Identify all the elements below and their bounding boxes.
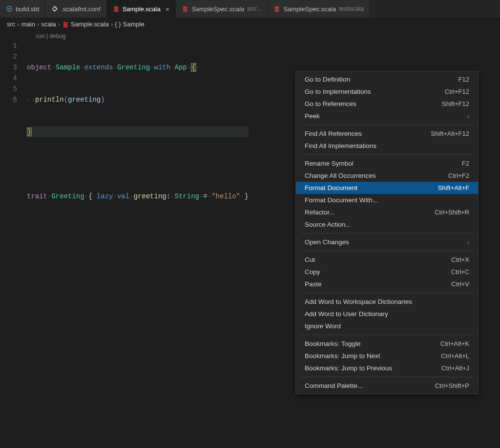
menu-shortcut: Ctrl+X [452,256,469,263]
line-number: 5 [0,84,17,94]
menu-item[interactable]: Change All OccurrencesCtrl+F2 [296,170,478,182]
code-content[interactable]: object·Sample·extends·Greeting·with·App·… [27,41,249,256]
menu-item[interactable]: CutCtrl+X [296,254,478,266]
menu-item[interactable]: Add Word to User Dictionary [296,308,478,320]
code-line[interactable]: } [27,127,249,137]
breadcrumb[interactable]: src › main › scala › Sample.scala › { } … [0,18,500,31]
chevron-right-icon: › [467,113,469,119]
menu-item-label: Add Word to User Dictionary [305,310,388,318]
menu-item-label: Go to Definition [305,76,350,83]
menu-item[interactable]: Peek› [296,110,478,122]
editor-tab[interactable]: SampleSpec.scalatest/scala [268,0,370,18]
menu-separator [301,293,473,293]
code-line[interactable]: ··println(greeting) [27,94,249,105]
code-lens[interactable]: run | debug [0,31,500,41]
menu-item[interactable]: Find All ReferencesShift+Alt+F12 [296,128,478,140]
tab-path-hint: src/... [247,5,261,12]
menu-separator [301,125,473,125]
code-line[interactable] [27,223,249,234]
context-menu: Go to DefinitionF12Go to Implementations… [295,71,479,394]
tab-filename: .scalafmt.conf [61,5,100,13]
code-line[interactable]: object·Sample·extends·Greeting·with·App·… [27,62,249,73]
editor-tab[interactable]: build.sbt [0,0,45,18]
menu-item[interactable]: Go to DefinitionF12 [296,73,478,85]
breadcrumb-seg[interactable]: scala [41,21,56,28]
editor-tabs: build.sbt.scalafmt.confSample.scala×Samp… [0,0,500,18]
menu-item-label: Go to Implementations [305,88,371,95]
line-number: 2 [0,51,17,62]
menu-shortcut: Ctrl+Alt+L [441,352,469,360]
menu-item-label: Paste [305,280,322,288]
menu-shortcut: F2 [462,160,469,167]
menu-item[interactable]: Bookmarks: Jump to PreviousCtrl+Alt+J [296,362,478,374]
menu-item[interactable]: Go to ImplementationsCtrl+F12 [296,85,478,98]
tab-filename: build.sbt [16,5,39,13]
menu-item-label: Command Palette... [305,382,363,389]
menu-shortcut: Ctrl+V [452,280,469,288]
chevron-right-icon: › [111,21,113,28]
scala-file-icon [113,5,120,12]
menu-item-label: Copy [305,268,320,276]
menu-item-label: Change All Occurrences [305,172,376,179]
breadcrumb-seg[interactable]: src [7,21,15,28]
menu-item-label: Bookmarks: Jump to Next [305,352,380,360]
menu-item-label: Source Action... [305,221,351,228]
menu-item[interactable]: Ignore Word [296,320,478,332]
code-line[interactable]: trait·Greeting·{·lazy·val·greeting:·Stri… [27,191,249,202]
menu-item[interactable]: PasteCtrl+V [296,278,478,290]
menu-item-label: Bookmarks: Jump to Previous [305,364,392,372]
menu-shortcut: Ctrl+Shift+P [435,382,469,389]
menu-item-label: Cut [305,256,315,263]
code-line[interactable] [27,159,249,170]
symbol-braces-icon: { } [115,21,121,28]
menu-item-label: Find All References [305,130,362,137]
menu-separator [301,233,473,234]
line-number: 1 [0,41,17,51]
scala-file-icon [182,5,188,12]
menu-item[interactable]: Bookmarks: Jump to NextCtrl+Alt+L [296,350,478,362]
breadcrumb-seg[interactable]: Sample.scala [71,21,109,28]
tab-filename: Sample.scala [123,5,161,13]
breadcrumb-seg[interactable]: Sample [123,21,145,28]
menu-item[interactable]: Source Action... [296,218,478,231]
tab-path-hint: test/scala [339,5,364,12]
menu-item[interactable]: Format Document With... [296,194,478,206]
line-number: 4 [0,73,17,84]
menu-item-label: Format Document [305,184,357,192]
menu-shortcut: Ctrl+Alt+J [441,364,469,372]
editor-tab[interactable]: Sample.scala× [107,0,176,18]
menu-item-label: Format Document With... [305,196,378,204]
menu-shortcut: F12 [458,76,469,83]
menu-item-label: Bookmarks: Toggle [305,340,361,347]
menu-separator [301,154,473,155]
editor-tab[interactable]: .scalafmt.conf [45,0,106,18]
svg-point-1 [8,8,10,10]
menu-item[interactable]: Command Palette...Ctrl+Shift+P [296,380,478,392]
chevron-right-icon: › [37,21,39,28]
menu-item[interactable]: Open Changes› [296,236,478,248]
chevron-right-icon: › [17,21,19,28]
menu-item[interactable]: Go to ReferencesShift+F12 [296,98,478,110]
breadcrumb-seg[interactable]: main [21,21,35,28]
scala-file-icon [62,21,69,28]
gear-icon [51,5,58,12]
menu-item[interactable]: Refactor...Ctrl+Shift+R [296,206,478,218]
menu-separator [301,335,473,335]
close-icon[interactable]: × [166,5,170,13]
menu-shortcut: Ctrl+F2 [448,172,469,179]
menu-item[interactable]: Find All Implementations [296,140,478,152]
menu-item[interactable]: Bookmarks: ToggleCtrl+Alt+K [296,338,478,350]
menu-item-label: Find All Implementations [305,142,376,149]
menu-item-label: Ignore Word [305,322,341,330]
menu-item[interactable]: Rename SymbolF2 [296,157,478,170]
menu-item[interactable]: Add Word to Workspace Dictionaries [296,296,478,308]
menu-item-label: Go to References [305,100,356,107]
menu-item[interactable]: Format DocumentShift+Alt+F [296,182,478,194]
menu-item-label: Refactor... [305,209,335,216]
file-icon [6,5,13,12]
editor-tab[interactable]: SampleSpec.scalasrc/... [176,0,268,18]
menu-item-label: Open Changes [305,238,349,246]
tab-filename: SampleSpec.scala [283,5,336,13]
menu-shortcut: Ctrl+Shift+R [435,209,469,216]
menu-item[interactable]: CopyCtrl+C [296,266,478,278]
